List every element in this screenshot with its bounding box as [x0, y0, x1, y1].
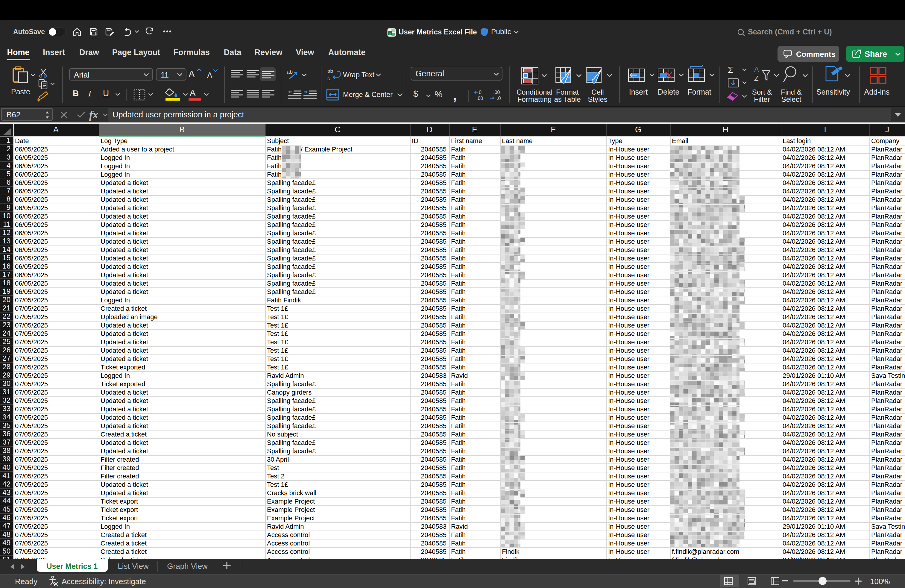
svg-text:.00: .00 [476, 96, 483, 101]
svg-text:Z: Z [754, 74, 759, 82]
svg-text:.00: .00 [493, 90, 500, 95]
svg-text:ab: ab [327, 68, 333, 74]
svg-text:c: c [327, 76, 330, 81]
svg-text:0: 0 [479, 90, 481, 95]
svg-text:ab: ab [287, 69, 293, 75]
svg-text:.0: .0 [497, 96, 501, 101]
svg-text:A: A [754, 65, 759, 73]
svg-text:x: x [389, 32, 391, 35]
